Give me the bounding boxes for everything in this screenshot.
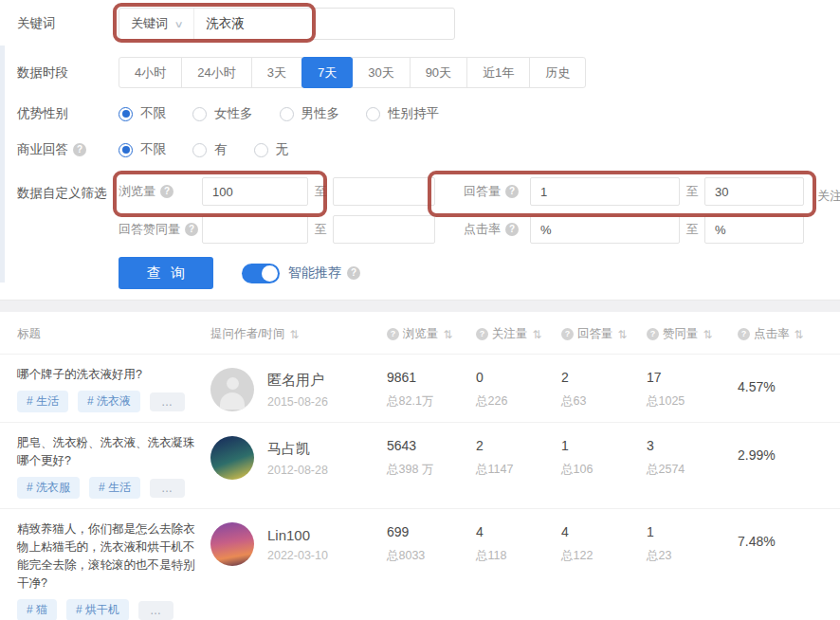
to-label: 至 — [308, 183, 333, 200]
upvotes-total: 总23 — [647, 548, 738, 564]
topic-tag[interactable]: # 生活 — [89, 477, 140, 499]
question-date: 2012-08-28 — [267, 464, 328, 477]
answers-value: 2 — [561, 370, 647, 385]
help-icon: ? — [647, 328, 659, 340]
smart-recommend-toggle[interactable] — [242, 264, 280, 283]
custom-filter-label: 数据自定义筛选 — [17, 177, 119, 202]
smart-recommend-label: 智能推荐 — [288, 264, 341, 282]
commercial-label: 商业回答 — [17, 141, 68, 158]
help-icon[interactable]: ? — [505, 223, 519, 236]
upvotes-value: 3 — [647, 438, 738, 453]
answers-max-input[interactable] — [704, 177, 804, 206]
header-follows-sort[interactable]: ? 关注量 ⇅ — [476, 326, 561, 342]
radio-icon — [192, 143, 207, 157]
avatar — [210, 368, 254, 411]
keyword-field-group: 关键词 ∨ — [119, 8, 455, 40]
commercial-radio-no[interactable]: 无 — [254, 141, 289, 158]
ctr-max-input[interactable] — [704, 215, 804, 244]
views-max-input[interactable] — [333, 177, 435, 206]
help-icon: ? — [738, 328, 750, 340]
question-title[interactable]: 肥皂、洗衣粉、洗衣液、洗衣凝珠哪个更好? — [17, 434, 195, 470]
period-24h[interactable]: 24小时 — [181, 57, 251, 88]
help-icon[interactable]: ? — [185, 223, 198, 236]
topic-tag[interactable]: # 烘干机 — [66, 599, 129, 620]
answers-total: 总122 — [561, 548, 647, 564]
period-90d[interactable]: 90天 — [410, 57, 467, 88]
help-icon[interactable]: ? — [505, 185, 519, 198]
gender-radio-male[interactable]: 男性多 — [280, 105, 340, 122]
author-name: 匿名用户 — [267, 372, 328, 390]
views-min-input[interactable] — [202, 177, 308, 206]
answers-min-input[interactable] — [530, 177, 680, 206]
topic-tag[interactable]: # 猫 — [17, 599, 57, 620]
question-title[interactable]: 精致养猫人，你们都是怎么去除衣物上粘猫毛的，洗衣液和烘干机不能完全去除，滚轮滚的… — [17, 520, 195, 593]
gender-radio-female[interactable]: 女性多 — [192, 105, 253, 122]
query-row: 查询 智能推荐 ? — [17, 257, 840, 289]
header-views-sort[interactable]: ? 浏览量 ⇅ — [387, 326, 476, 342]
period-30d[interactable]: 30天 — [352, 57, 410, 88]
views-value: 9861 — [387, 370, 476, 385]
topic-tag[interactable]: # 生活 — [17, 391, 68, 412]
commercial-radio-unlimited[interactable]: 不限 — [119, 141, 166, 158]
answers-value: 4 — [561, 524, 647, 539]
topic-tag[interactable]: # 洗衣液 — [78, 391, 140, 412]
commercial-radio-yes[interactable]: 有 — [192, 141, 228, 158]
follows-value: 4 — [476, 524, 561, 539]
custom-filter-line-2: 回答赞同量 ? 至 点击率 ? 至 — [119, 215, 804, 244]
sort-icon: ⇅ — [618, 328, 628, 341]
radio-icon — [119, 143, 133, 157]
ctr-min-input[interactable] — [530, 215, 680, 244]
answer-upvotes-filter-label: 回答赞同量 — [119, 221, 180, 238]
commercial-row: 商业回答 ? 不限 有 无 — [17, 141, 840, 158]
period-label: 数据时段 — [17, 64, 119, 82]
follows-total: 总1147 — [476, 462, 561, 478]
query-button[interactable]: 查询 — [119, 257, 213, 289]
period-7d-selected[interactable]: 7天 — [301, 57, 353, 88]
more-tags-button[interactable]: … — [150, 392, 185, 411]
topic-tag[interactable]: # 洗衣服 — [17, 477, 80, 499]
upvotes-total: 总2574 — [647, 462, 738, 478]
upvotes-value: 17 — [647, 370, 738, 385]
keyword-input[interactable] — [194, 9, 454, 39]
more-tags-button[interactable]: … — [150, 479, 185, 498]
radio-icon — [119, 107, 133, 121]
question-date: 2015-08-26 — [267, 395, 328, 409]
period-1y[interactable]: 近1年 — [466, 57, 530, 88]
table-row: 哪个牌子的洗衣液好用? # 生活 # 洗衣液 … 匿名用户 2015-08-26… — [0, 354, 840, 422]
to-label: 至 — [680, 221, 704, 238]
keyword-type-value: 关键词 — [131, 15, 168, 32]
period-4h[interactable]: 4小时 — [119, 57, 182, 88]
follows-total: 总226 — [476, 393, 561, 410]
follows-value: 0 — [476, 370, 561, 385]
answers-total: 总106 — [561, 462, 647, 478]
header-answers-sort[interactable]: ? 回答量 ⇅ — [561, 326, 647, 342]
help-icon: ? — [561, 328, 574, 340]
help-icon[interactable]: ? — [160, 185, 173, 198]
question-title[interactable]: 哪个牌子的洗衣液好用? — [17, 366, 195, 384]
header-title: 标题 — [0, 326, 210, 342]
header-upvotes-sort[interactable]: ? 赞同量 ⇅ — [647, 326, 738, 342]
results-table: 标题 提问作者/时间 ⇅ ? 浏览量 ⇅ ? 关注量 ⇅ ? 回答量 ⇅ — [0, 312, 840, 620]
help-icon[interactable]: ? — [73, 143, 86, 156]
filter-panel: 关键词 关键词 ∨ 数据时段 4小时 24小时 3天 7天 30天 90天 近1… — [0, 0, 840, 289]
gender-radio-unlimited[interactable]: 不限 — [119, 105, 166, 122]
sort-icon: ⇅ — [703, 328, 713, 341]
period-history[interactable]: 历史 — [529, 57, 586, 88]
period-3d[interactable]: 3天 — [251, 57, 302, 88]
period-row: 数据时段 4小时 24小时 3天 7天 30天 90天 近1年 历史 — [17, 57, 840, 88]
header-author-sort[interactable]: 提问作者/时间 ⇅ — [210, 326, 387, 342]
sort-icon: ⇅ — [533, 328, 542, 341]
views-total: 总398 万 — [387, 462, 476, 478]
table-row: 肥皂、洗衣粉、洗衣液、洗衣凝珠哪个更好? # 洗衣服 # 生活 … 马占凯 20… — [0, 422, 840, 508]
custom-filter-row: 数据自定义筛选 浏览量 ? 至 回答量 ? 至 — [17, 177, 840, 244]
to-label: 至 — [680, 183, 704, 200]
radio-icon — [192, 107, 207, 121]
keyword-type-select[interactable]: 关键词 ∨ — [119, 9, 194, 39]
help-icon[interactable]: ? — [347, 266, 360, 280]
more-tags-button[interactable]: … — [138, 601, 173, 620]
sort-icon: ⇅ — [794, 328, 804, 341]
answer-upvotes-min-input[interactable] — [202, 215, 308, 244]
header-ctr-sort[interactable]: ? 点击率 ⇅ — [738, 326, 840, 342]
answer-upvotes-max-input[interactable] — [333, 215, 435, 244]
gender-radio-balanced[interactable]: 性别持平 — [366, 105, 439, 122]
